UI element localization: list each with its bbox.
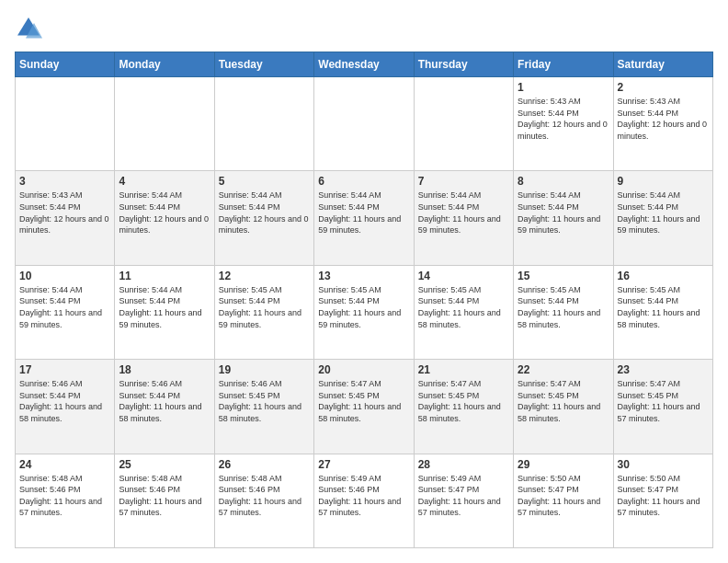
day-info: Sunrise: 5:44 AM Sunset: 5:44 PM Dayligh… (219, 190, 310, 236)
day-number: 16 (618, 270, 709, 282)
calendar-cell: 25Sunrise: 5:48 AM Sunset: 5:46 PM Dayli… (115, 454, 214, 547)
day-info: Sunrise: 5:43 AM Sunset: 5:44 PM Dayligh… (518, 96, 609, 142)
calendar-cell: 2Sunrise: 5:43 AM Sunset: 5:44 PM Daylig… (613, 77, 712, 171)
weekday-header-sunday: Sunday (16, 52, 115, 77)
day-number: 18 (119, 363, 210, 376)
calendar-cell: 26Sunrise: 5:48 AM Sunset: 5:46 PM Dayli… (214, 454, 313, 547)
day-info: Sunrise: 5:47 AM Sunset: 5:45 PM Dayligh… (518, 378, 609, 424)
weekday-header-saturday: Saturday (613, 52, 712, 77)
day-info: Sunrise: 5:46 AM Sunset: 5:45 PM Dayligh… (219, 378, 310, 424)
calendar-cell (414, 77, 513, 171)
day-number: 21 (418, 363, 509, 376)
weekday-header-friday: Friday (514, 52, 613, 77)
calendar-cell: 5Sunrise: 5:44 AM Sunset: 5:44 PM Daylig… (214, 171, 313, 265)
logo (15, 15, 46, 42)
day-info: Sunrise: 5:50 AM Sunset: 5:47 PM Dayligh… (618, 473, 709, 519)
page: SundayMondayTuesdayWednesdayThursdayFrid… (0, 0, 728, 563)
calendar-cell: 23Sunrise: 5:47 AM Sunset: 5:45 PM Dayli… (613, 360, 712, 454)
day-info: Sunrise: 5:44 AM Sunset: 5:44 PM Dayligh… (19, 284, 110, 330)
week-row-5: 24Sunrise: 5:48 AM Sunset: 5:46 PM Dayli… (16, 454, 713, 547)
day-info: Sunrise: 5:48 AM Sunset: 5:46 PM Dayligh… (119, 473, 210, 519)
day-info: Sunrise: 5:44 AM Sunset: 5:44 PM Dayligh… (518, 190, 609, 236)
day-info: Sunrise: 5:44 AM Sunset: 5:44 PM Dayligh… (618, 190, 709, 236)
calendar-cell (314, 77, 414, 171)
week-row-4: 17Sunrise: 5:46 AM Sunset: 5:44 PM Dayli… (16, 360, 713, 454)
day-info: Sunrise: 5:48 AM Sunset: 5:46 PM Dayligh… (219, 473, 310, 519)
day-number: 10 (19, 270, 110, 282)
day-number: 27 (318, 458, 409, 471)
day-number: 30 (618, 458, 709, 471)
day-number: 4 (119, 175, 210, 188)
day-number: 14 (418, 270, 509, 282)
day-info: Sunrise: 5:46 AM Sunset: 5:44 PM Dayligh… (19, 378, 110, 424)
weekday-header-wednesday: Wednesday (314, 52, 414, 77)
day-info: Sunrise: 5:45 AM Sunset: 5:44 PM Dayligh… (219, 284, 310, 330)
calendar-cell: 10Sunrise: 5:44 AM Sunset: 5:44 PM Dayli… (16, 265, 115, 359)
calendar-cell: 11Sunrise: 5:44 AM Sunset: 5:44 PM Dayli… (115, 265, 214, 359)
calendar-cell: 29Sunrise: 5:50 AM Sunset: 5:47 PM Dayli… (514, 454, 613, 547)
day-info: Sunrise: 5:43 AM Sunset: 5:44 PM Dayligh… (19, 190, 110, 236)
day-info: Sunrise: 5:45 AM Sunset: 5:44 PM Dayligh… (518, 284, 609, 330)
calendar-cell: 21Sunrise: 5:47 AM Sunset: 5:45 PM Dayli… (414, 360, 513, 454)
day-info: Sunrise: 5:47 AM Sunset: 5:45 PM Dayligh… (418, 378, 509, 424)
calendar-cell: 22Sunrise: 5:47 AM Sunset: 5:45 PM Dayli… (514, 360, 613, 454)
day-number: 6 (318, 175, 409, 188)
calendar-cell: 9Sunrise: 5:44 AM Sunset: 5:44 PM Daylig… (613, 171, 712, 265)
day-info: Sunrise: 5:48 AM Sunset: 5:46 PM Dayligh… (19, 473, 110, 519)
day-number: 20 (318, 363, 409, 376)
day-number: 9 (618, 175, 709, 188)
day-info: Sunrise: 5:45 AM Sunset: 5:44 PM Dayligh… (418, 284, 509, 330)
day-number: 15 (518, 270, 609, 282)
day-number: 8 (518, 175, 609, 188)
calendar-cell: 8Sunrise: 5:44 AM Sunset: 5:44 PM Daylig… (514, 171, 613, 265)
day-info: Sunrise: 5:43 AM Sunset: 5:44 PM Dayligh… (618, 96, 709, 142)
day-number: 28 (418, 458, 509, 471)
calendar-cell: 16Sunrise: 5:45 AM Sunset: 5:44 PM Dayli… (613, 265, 712, 359)
day-info: Sunrise: 5:45 AM Sunset: 5:44 PM Dayligh… (618, 284, 709, 330)
day-number: 24 (19, 458, 110, 471)
week-row-1: 1Sunrise: 5:43 AM Sunset: 5:44 PM Daylig… (16, 77, 713, 171)
header (15, 15, 713, 42)
day-info: Sunrise: 5:45 AM Sunset: 5:44 PM Dayligh… (318, 284, 409, 330)
calendar-cell: 30Sunrise: 5:50 AM Sunset: 5:47 PM Dayli… (613, 454, 712, 547)
day-number: 23 (618, 363, 709, 376)
calendar-table: SundayMondayTuesdayWednesdayThursdayFrid… (15, 52, 713, 548)
day-number: 2 (618, 81, 709, 94)
calendar-cell (214, 77, 313, 171)
day-number: 29 (518, 458, 609, 471)
calendar-cell: 4Sunrise: 5:44 AM Sunset: 5:44 PM Daylig… (115, 171, 214, 265)
calendar-cell: 24Sunrise: 5:48 AM Sunset: 5:46 PM Dayli… (16, 454, 115, 547)
weekday-header-tuesday: Tuesday (214, 52, 313, 77)
calendar-cell: 14Sunrise: 5:45 AM Sunset: 5:44 PM Dayli… (414, 265, 513, 359)
calendar-cell: 15Sunrise: 5:45 AM Sunset: 5:44 PM Dayli… (514, 265, 613, 359)
calendar-cell: 7Sunrise: 5:44 AM Sunset: 5:44 PM Daylig… (414, 171, 513, 265)
day-number: 25 (119, 458, 210, 471)
week-row-3: 10Sunrise: 5:44 AM Sunset: 5:44 PM Dayli… (16, 265, 713, 359)
weekday-header-monday: Monday (115, 52, 214, 77)
calendar-cell: 1Sunrise: 5:43 AM Sunset: 5:44 PM Daylig… (514, 77, 613, 171)
day-info: Sunrise: 5:49 AM Sunset: 5:47 PM Dayligh… (418, 473, 509, 519)
day-number: 1 (518, 81, 609, 94)
day-number: 19 (219, 363, 310, 376)
day-number: 26 (219, 458, 310, 471)
day-number: 5 (219, 175, 310, 188)
calendar-cell: 28Sunrise: 5:49 AM Sunset: 5:47 PM Dayli… (414, 454, 513, 547)
calendar-cell: 13Sunrise: 5:45 AM Sunset: 5:44 PM Dayli… (314, 265, 414, 359)
day-number: 22 (518, 363, 609, 376)
calendar-cell (16, 77, 115, 171)
day-info: Sunrise: 5:49 AM Sunset: 5:46 PM Dayligh… (318, 473, 409, 519)
day-info: Sunrise: 5:47 AM Sunset: 5:45 PM Dayligh… (618, 378, 709, 424)
weekday-header-thursday: Thursday (414, 52, 513, 77)
calendar-cell: 18Sunrise: 5:46 AM Sunset: 5:44 PM Dayli… (115, 360, 214, 454)
day-number: 13 (318, 270, 409, 282)
calendar-cell: 12Sunrise: 5:45 AM Sunset: 5:44 PM Dayli… (214, 265, 313, 359)
day-number: 17 (19, 363, 110, 376)
day-number: 7 (418, 175, 509, 188)
day-info: Sunrise: 5:44 AM Sunset: 5:44 PM Dayligh… (318, 190, 409, 236)
logo-icon (15, 15, 42, 42)
week-row-2: 3Sunrise: 5:43 AM Sunset: 5:44 PM Daylig… (16, 171, 713, 265)
day-info: Sunrise: 5:46 AM Sunset: 5:44 PM Dayligh… (119, 378, 210, 424)
calendar-cell (115, 77, 214, 171)
calendar-cell: 19Sunrise: 5:46 AM Sunset: 5:45 PM Dayli… (214, 360, 313, 454)
day-number: 12 (219, 270, 310, 282)
